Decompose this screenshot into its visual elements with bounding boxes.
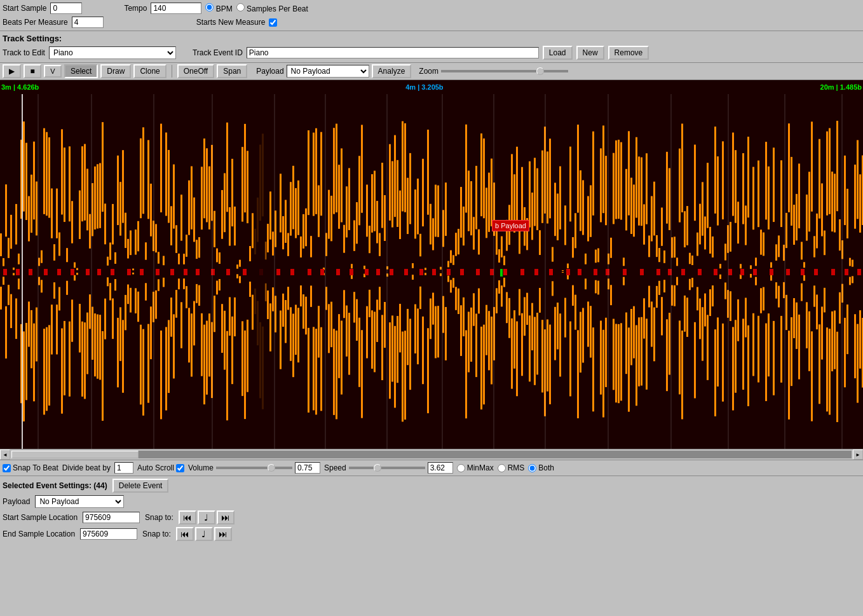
scrollbar-row: ◄ ► xyxy=(0,449,863,460)
scroll-track[interactable] xyxy=(11,451,852,458)
v-button[interactable]: V xyxy=(44,65,62,78)
end-sample-row: End Sample Location Snap to: ⏮ ♩ ⏭ xyxy=(3,527,860,541)
end-sample-loc-label: End Sample Location xyxy=(3,530,75,538)
start-snap-to-label: Snap to: xyxy=(145,513,173,522)
track-settings-label: Track Settings: xyxy=(3,34,62,43)
volume-value[interactable] xyxy=(295,462,320,474)
zoom-slider[interactable] xyxy=(441,70,568,72)
analyze-button[interactable]: Analyze xyxy=(372,64,412,78)
zoom-label: Zoom xyxy=(419,67,438,76)
divide-beat-input[interactable] xyxy=(114,462,133,474)
select-button[interactable]: Select xyxy=(64,64,98,78)
snap-to-beat-label: Snap To Beat xyxy=(13,463,58,472)
track-settings-bar: Track Settings: Track to Edit Piano Trac… xyxy=(0,31,863,63)
track-event-id-label: Track Event ID xyxy=(193,48,243,57)
scroll-right-arrow[interactable]: ► xyxy=(853,449,863,460)
waveform-display[interactable]: 3m | 4.626b 4m | 3.205b 20m | 1.485b b P… xyxy=(0,80,863,449)
tempo-input[interactable] xyxy=(151,3,201,14)
delete-event-button[interactable]: Delete Event xyxy=(112,479,169,493)
stop-button[interactable]: ■ xyxy=(24,64,41,78)
end-snap-begin-button[interactable]: ⏮ xyxy=(176,527,194,541)
end-snap-end-button[interactable]: ⏭ xyxy=(214,527,232,541)
start-sample-location-input[interactable] xyxy=(83,512,140,523)
marker-left: 3m | 4.626b xyxy=(1,83,39,91)
start-sample-label: Start Sample xyxy=(3,4,46,13)
selected-event-section: Selected Event Settings: (44) Delete Eve… xyxy=(0,476,863,546)
snap-to-beat-row: Snap To Beat xyxy=(3,463,58,472)
oneoff-button[interactable]: OneOff xyxy=(177,64,214,78)
start-sample-loc-label: Start Sample Location xyxy=(3,513,78,522)
samples-per-beat-radio-label: Samples Per Beat xyxy=(236,3,308,13)
toolbar-sep xyxy=(172,65,172,78)
remove-button[interactable]: Remove xyxy=(608,46,649,60)
scroll-left-arrow[interactable]: ◄ xyxy=(0,449,10,460)
display-mode-rms: RMS xyxy=(498,463,525,472)
payload-select[interactable]: No Payload xyxy=(287,65,369,78)
span-button[interactable]: Span xyxy=(217,64,247,78)
beats-per-measure-label: Beats Per Measure xyxy=(3,18,68,27)
minmax-label: MinMax xyxy=(467,463,494,472)
display-mode-minmax: MinMax xyxy=(457,463,494,472)
end-snap-to-label: Snap to: xyxy=(142,530,171,538)
track-to-edit-label: Track to Edit xyxy=(3,48,45,57)
snap-to-beat-checkbox[interactable] xyxy=(3,464,11,472)
marker-right: 20m | 1.485b xyxy=(820,83,862,91)
volume-control: Volume xyxy=(188,462,320,474)
title-bar: Start Sample Tempo BPM Samples Per Beat … xyxy=(0,0,863,31)
selected-payload-label: Payload xyxy=(3,497,30,506)
speed-control: Speed xyxy=(324,462,453,474)
end-snap-beat-button[interactable]: ♩ xyxy=(195,527,213,541)
start-snap-beat-button[interactable]: ♩ xyxy=(198,510,215,524)
timeline-bar: 3m | 4.626b 4m | 3.205b 20m | 1.485b xyxy=(0,80,863,94)
play-button[interactable]: ▶ xyxy=(3,64,21,78)
payload-row: Payload No Payload xyxy=(3,495,860,508)
minmax-radio[interactable] xyxy=(457,464,465,472)
volume-slider[interactable] xyxy=(216,467,292,469)
auto-scroll-label: Auto Scroll xyxy=(137,463,174,472)
start-sample-input[interactable] xyxy=(50,3,82,14)
divide-beat-by-label: Divide beat by xyxy=(62,463,111,472)
auto-scroll-row: Auto Scroll xyxy=(137,463,184,472)
both-radio[interactable] xyxy=(528,464,536,472)
selected-event-title: Selected Event Settings: (44) xyxy=(3,481,107,490)
toolbar: ▶ ■ V Select Draw Clone OneOff Span Payl… xyxy=(0,63,863,80)
track-event-id-input[interactable] xyxy=(247,47,539,58)
start-snap-buttons: ⏮ ♩ ⏭ xyxy=(179,510,234,524)
bottom-controls: Snap To Beat Divide beat by Auto Scroll … xyxy=(0,460,863,476)
scroll-thumb[interactable] xyxy=(11,451,139,458)
end-sample-location-input[interactable] xyxy=(80,528,137,540)
selected-event-header-row: Selected Event Settings: (44) Delete Eve… xyxy=(3,479,860,493)
end-snap-buttons: ⏮ ♩ ⏭ xyxy=(176,527,232,541)
auto-scroll-checkbox[interactable] xyxy=(176,464,184,472)
samples-per-beat-radio[interactable] xyxy=(236,3,245,11)
rms-radio[interactable] xyxy=(498,464,506,472)
clone-button[interactable]: Clone xyxy=(133,64,166,78)
starts-new-measure-checkbox[interactable] xyxy=(269,18,277,27)
draw-button[interactable]: Draw xyxy=(100,64,131,78)
load-button[interactable]: Load xyxy=(543,46,573,60)
tempo-label: Tempo xyxy=(124,4,147,13)
payload-label: Payload xyxy=(256,67,283,76)
marker-center: 4m | 3.205b xyxy=(405,83,443,91)
payload-tooltip: b Payload xyxy=(492,220,529,231)
display-mode-both: Both xyxy=(528,463,554,472)
starts-new-measure-label: Starts New Measure xyxy=(196,18,266,27)
both-label: Both xyxy=(538,463,554,472)
start-snap-begin-button[interactable]: ⏮ xyxy=(179,510,196,524)
selected-payload-select[interactable]: No Payload xyxy=(35,495,124,508)
rms-label: RMS xyxy=(508,463,525,472)
waveform-canvas[interactable] xyxy=(0,94,863,449)
start-sample-row: Start Sample Location Snap to: ⏮ ♩ ⏭ xyxy=(3,510,860,524)
speed-label: Speed xyxy=(324,463,346,472)
speed-value[interactable] xyxy=(428,462,453,474)
start-snap-end-button[interactable]: ⏭ xyxy=(217,510,234,524)
new-button[interactable]: New xyxy=(576,46,604,60)
bpm-radio-label: BPM xyxy=(205,3,232,13)
bpm-radio[interactable] xyxy=(205,3,214,11)
speed-slider[interactable] xyxy=(349,467,425,469)
track-to-edit-select[interactable]: Piano xyxy=(49,46,176,59)
beats-per-measure-input[interactable] xyxy=(72,17,104,28)
volume-label: Volume xyxy=(188,463,214,472)
